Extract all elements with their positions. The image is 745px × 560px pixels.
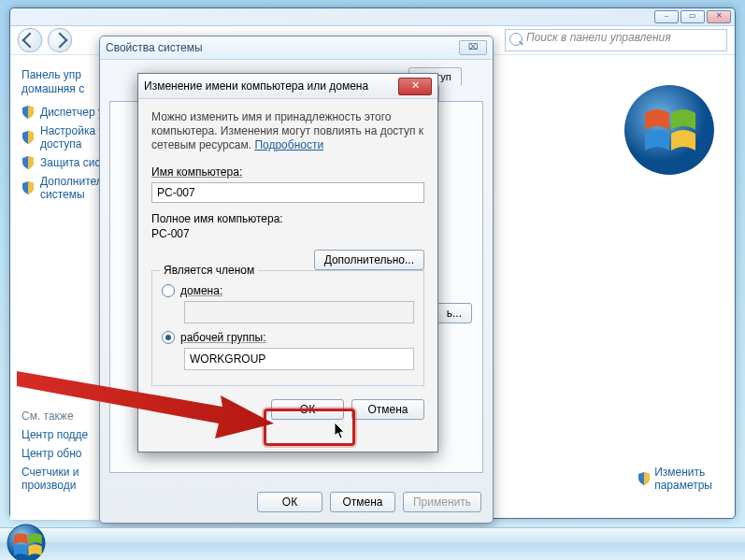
full-name-value: PC-007 — [151, 227, 424, 240]
sidebar-item-label: Дополнител — [40, 175, 103, 188]
dialog-titlebar[interactable]: Свойства системы ⌧ — [100, 36, 493, 60]
shield-icon — [21, 106, 35, 119]
sidebar-item-label: системы — [40, 188, 103, 201]
domain-radio-label: домена: — [180, 284, 222, 297]
member-of-group: Является членом домена: рабочей группы: — [151, 270, 424, 386]
workgroup-input[interactable] — [184, 348, 414, 370]
domain-radio[interactable] — [162, 284, 175, 297]
workgroup-radio[interactable] — [162, 331, 175, 344]
dialog-titlebar[interactable]: Изменение имени компьютера или домена ✕ — [138, 74, 437, 99]
dialog-close-button[interactable]: ⌧ — [459, 40, 487, 55]
computer-name-label: Имя компьютера: — [151, 165, 424, 179]
workgroup-radio-row[interactable]: рабочей группы: — [162, 331, 414, 344]
taskbar[interactable] — [0, 527, 745, 560]
change-label: Изменить — [654, 466, 712, 479]
ok-button[interactable]: ОК — [257, 492, 322, 512]
shield-icon — [21, 131, 35, 144]
domain-input — [184, 301, 414, 323]
change-settings-link[interactable]: Изменить параметры — [638, 466, 712, 492]
full-name-label: Полное имя компьютера: — [151, 212, 424, 225]
change-label: параметры — [654, 479, 712, 492]
ok-button[interactable]: ОК — [271, 399, 344, 420]
cancel-button[interactable]: Отмена — [330, 492, 395, 512]
sidebar-item-label: доступа — [40, 137, 104, 151]
sidebar-item-label: Защита сист — [40, 156, 106, 169]
computer-name-input[interactable] — [151, 182, 424, 203]
more-button[interactable]: Дополнительно... — [314, 250, 424, 270]
window-titlebar: – ▭ ✕ — [10, 8, 735, 26]
cancel-button[interactable]: Отмена — [351, 399, 424, 420]
shield-icon — [21, 156, 35, 169]
details-link[interactable]: Подробности — [254, 138, 323, 151]
search-input[interactable]: Поиск в панели управления — [505, 29, 727, 51]
dialog-title: Изменение имени компьютера или домена — [144, 79, 398, 93]
window-close-button[interactable]: ✕ — [707, 10, 731, 23]
dialog-title: Свойства системы — [106, 41, 459, 54]
start-button[interactable] — [6, 523, 47, 560]
group-title: Является членом — [160, 264, 258, 277]
nav-forward-button[interactable] — [48, 28, 72, 52]
sidebar-item-label: Диспетчер у — [40, 106, 104, 119]
apply-button[interactable]: Применить — [403, 492, 481, 512]
change-button-partial[interactable]: ь... — [437, 303, 472, 323]
maximize-button[interactable]: ▭ — [681, 10, 705, 23]
shield-icon — [638, 472, 651, 485]
dialog-description: Можно изменить имя и принадлежность этог… — [151, 110, 424, 152]
minimize-button[interactable]: – — [654, 10, 679, 23]
domain-radio-row[interactable]: домена: — [162, 284, 414, 297]
close-button[interactable]: ✕ — [398, 78, 432, 95]
workgroup-radio-label: рабочей группы: — [180, 331, 265, 344]
sidebar-item-label: Настройка у — [40, 124, 104, 137]
nav-back-button[interactable] — [18, 28, 42, 52]
windows-logo-icon — [623, 83, 716, 177]
computer-name-dialog: Изменение имени компьютера или домена ✕ … — [137, 73, 438, 452]
shield-icon — [21, 181, 35, 194]
